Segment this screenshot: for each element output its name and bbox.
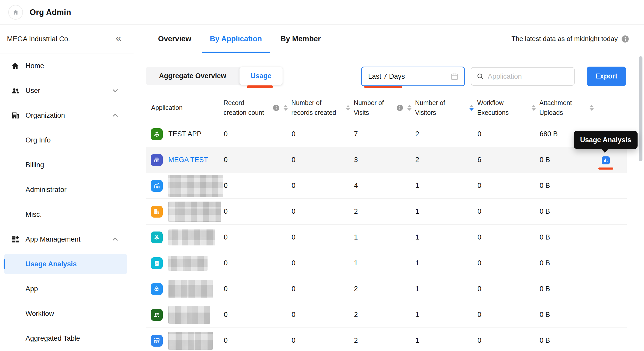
sidebar-item-app-management[interactable]: App Management — [0, 227, 134, 252]
sort-control[interactable] — [284, 105, 288, 111]
value-cell: 0 — [223, 285, 291, 293]
app-name-link[interactable]: MEGA TEST — [168, 156, 208, 164]
application-cell — [146, 202, 223, 222]
application-cell — [146, 332, 223, 350]
sort-asc-icon — [532, 105, 536, 107]
sort-control[interactable] — [590, 105, 594, 111]
sort-control[interactable] — [346, 105, 350, 111]
home-icon — [11, 61, 20, 70]
sidebar-item-label: Misc. — [26, 211, 42, 219]
tab-overview[interactable]: Overview — [150, 25, 199, 53]
sidebar-item-administrator[interactable]: Administrator — [0, 177, 134, 202]
action-cell — [597, 328, 627, 351]
sort-desc-icon — [284, 108, 288, 111]
sidebar-item-usage-analysis[interactable]: Usage Analysis — [0, 252, 134, 276]
value-cell: 1 — [353, 259, 415, 267]
sidebar-item-app[interactable]: App — [0, 276, 134, 301]
sort-control[interactable] — [407, 105, 411, 111]
value-cell: 4 — [353, 182, 415, 190]
sidebar-item-user[interactable]: User — [0, 78, 134, 103]
application-cell — [146, 256, 223, 271]
chevron-down-icon — [112, 87, 119, 94]
sidebar-item-home[interactable]: Home — [0, 53, 134, 78]
info-icon[interactable] — [397, 105, 403, 111]
table-row: 002100 B — [146, 276, 627, 302]
sidebar-nav: HomeUserOrganizationOrg InfoBillingAdmin… — [0, 53, 134, 351]
table-row: 002100 B — [146, 199, 627, 225]
value-cell: 0 — [477, 311, 539, 319]
collapse-sidebar-button[interactable]: « — [116, 33, 121, 45]
sidebar-item-aggregated-table[interactable]: Aggregated Table — [0, 326, 134, 351]
value-cell: 0 B — [539, 337, 597, 345]
sort-control[interactable] — [469, 105, 474, 111]
sidebar-item-billing[interactable]: Billing — [0, 153, 134, 177]
value-cell: 0 — [291, 130, 353, 138]
value-cell: 0 B — [539, 259, 597, 267]
value-cell: 2 — [353, 311, 415, 319]
action-cell — [597, 276, 627, 302]
calendar-icon — [450, 72, 459, 81]
sort-control[interactable] — [532, 105, 536, 111]
annotation-date-input — [364, 86, 402, 88]
sidebar: MEGA Industrial Co. « HomeUserOrganizati… — [0, 25, 134, 351]
date-range-value: Last 7 Days — [368, 73, 405, 81]
action-cell — [597, 199, 627, 224]
table-row: 004100 B — [146, 173, 627, 199]
tooltip-usage-analysis: Usage Analysis — [574, 131, 638, 149]
app-icon-building-app — [151, 206, 163, 218]
segment-usage[interactable]: Usage — [240, 67, 283, 85]
tab-bar: OverviewBy ApplicationBy Member The late… — [134, 25, 644, 53]
top-bar: Org Admin — [0, 0, 644, 25]
column-label: Attachment Uploads — [539, 98, 579, 117]
chevron-up-icon — [112, 112, 119, 119]
usage-analysis-chart-button[interactable] — [602, 156, 610, 164]
sidebar-item-organization[interactable]: Organization — [0, 103, 134, 128]
redacted-app-name — [168, 332, 213, 350]
value-cell: 0 — [223, 156, 291, 164]
date-range-input[interactable]: Last 7 Days — [361, 67, 465, 86]
tab-by-member[interactable]: By Member — [273, 25, 329, 53]
tab-by-application[interactable]: By Application — [202, 25, 270, 53]
value-cell: 2 — [415, 130, 477, 138]
sidebar-item-workflow[interactable]: Workflow — [0, 301, 134, 326]
sort-asc-icon — [407, 105, 411, 107]
value-cell: 1 — [415, 311, 477, 319]
export-button[interactable]: Export — [587, 67, 626, 86]
home-button[interactable] — [8, 5, 23, 20]
value-cell: 0 — [291, 285, 353, 293]
sidebar-item-org-info[interactable]: Org Info — [0, 128, 134, 153]
chevron-up-icon — [112, 236, 119, 243]
action-cell — [597, 225, 627, 250]
latest-data-text: The latest data as of midnight today — [511, 35, 618, 43]
table-row: TEST APP00720680 B — [146, 121, 627, 147]
application-cell: MEGA TEST — [146, 154, 223, 166]
value-cell: 0 — [477, 259, 539, 267]
tooltip-text: Usage Analysis — [580, 136, 631, 144]
sort-asc-icon — [346, 105, 350, 107]
sidebar-item-misc[interactable]: Misc. — [0, 202, 134, 227]
info-icon[interactable] — [273, 105, 279, 111]
sidebar-item-label: Usage Analysis — [26, 260, 77, 268]
app-icon-box-brick — [151, 128, 163, 140]
segmented-control: Aggregate OverviewUsage — [146, 67, 283, 85]
table-row: 001100 B — [146, 225, 627, 250]
value-cell: 2 — [353, 208, 415, 216]
segment-aggregate-overview[interactable]: Aggregate Overview — [146, 67, 240, 85]
value-cell: 0 B — [539, 182, 597, 190]
value-cell: 0 — [223, 130, 291, 138]
value-cell: 0 — [223, 208, 291, 216]
tab-label: By Member — [280, 35, 321, 43]
scrollbar-thumb[interactable] — [639, 56, 642, 161]
table-header: ApplicationRecord creation countNumber o… — [146, 94, 627, 121]
application-search-input[interactable]: Application — [471, 67, 575, 86]
sidebar-item-label: Organization — [26, 111, 65, 119]
tooltip-caret — [601, 149, 608, 153]
column-header-workflow-executions: Workflow Executions — [477, 94, 539, 121]
value-cell: 0 — [291, 156, 353, 164]
info-icon[interactable] — [621, 35, 629, 43]
annotation-usage-tab — [247, 85, 273, 88]
column-header-number-of-visits: Number of Visits — [353, 94, 415, 121]
tab-label: By Application — [210, 35, 262, 43]
column-header-number-of-records-created: Number of records created — [291, 94, 353, 121]
value-cell: 1 — [353, 233, 415, 241]
